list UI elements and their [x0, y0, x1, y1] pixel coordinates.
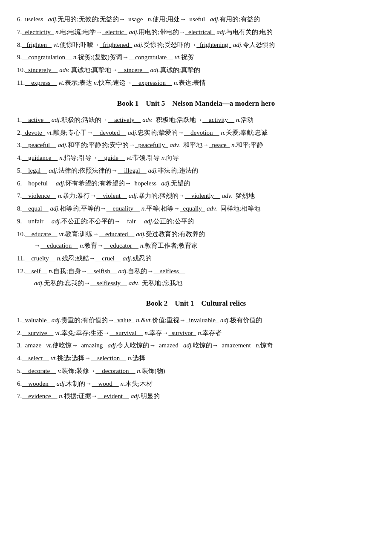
entry-7: 7. electricity n.电;电流;电学→ electric adj.用…	[17, 26, 375, 38]
entry-b2u1-1-valuable: 1. valuable adj.贵重的;有价值的→ value n.&vt.价值…	[17, 315, 375, 327]
entry-b1u5-3-peaceful: 3. peaceful adj.和平的;平静的;安宁的→ peacefully …	[17, 139, 375, 151]
entry-b1u5-6-hopeful: 6. hopeful adj.怀有希望的;有希望的→ hopeless adj.…	[17, 178, 375, 190]
book2-unit1-title: Book 2 Unit 1 Cultural relics	[17, 297, 375, 310]
entry-b2u1-5-decorate: 5. decorate v.装饰;装修→ decoration n.装饰(物)	[17, 365, 375, 377]
entry-b1u5-10-educate: 10. educate vt.教育;训练→ educated adj.受过教育的…	[17, 228, 375, 240]
book2-unit1-entries: 1. valuable adj.贵重的;有价值的→ value n.&vt.价值…	[17, 315, 375, 402]
entry-b2u1-7-evidence: 7. evidence n.根据;证据→ evident adj.明显的	[17, 390, 375, 402]
entry-b1u5-1-active: 1. active adj.积极的;活跃的→ actively adv. 积极地…	[17, 114, 375, 126]
entry-10-sincerely: 10. sincerely adv. 真诚地;真挚地→ sincere adj.…	[17, 64, 375, 76]
entry-8-frighten: 8. frighten vt.使惊吓;吓唬→ frightened adj.受惊…	[17, 39, 375, 51]
entry-9-congratulation: 9. congratulation n.祝贺;(复数)贺词→ congratul…	[17, 52, 375, 64]
entry-6: 6. useless adj.无用的;无效的;无益的→ usage n.使用;用…	[17, 14, 375, 26]
entry-b1u5-5-legal: 5. legal adj.法律的;依照法律的→ illegal adj.非法的;…	[17, 165, 375, 177]
entry-b2u1-2-survive: 2. survive vi.幸免;幸存;生还→ survival n.幸存→ s…	[17, 327, 375, 339]
entry-b1u5-7-violence: 7. violence n.暴力;暴行→ violent adj.暴力的;猛烈的…	[17, 190, 375, 202]
book1-unit5-title: Book 1 Unit 5 Nelson Mandela—a modern he…	[17, 97, 375, 110]
entry-b1u5-2-devote: 2. devote vt.献身;专心于→ devoted adj.忠实的;挚爱的…	[17, 127, 375, 139]
entry-b1u5-8-equal: 8. equal adj.相等的;平等的→ equality n.平等;相等→ …	[17, 203, 375, 215]
book1-unit5-entries: 1. active adj.积极的;活跃的→ actively adv. 积极地…	[17, 114, 375, 289]
entry-b2u1-4-select: 4. select vt.挑选;选择→ selection n.选择	[17, 353, 375, 364]
entry-b1u5-10-education: → education n.教育→ educator n.教育工作者;教育家	[34, 240, 375, 252]
entry-b2u1-3-amaze: 3. amaze vt.使吃惊→ amazing adj.令人吃惊的→ amaz…	[17, 340, 375, 352]
top-section: 6. useless adj.无用的;无效的;无益的→ usage n.使用;用…	[17, 14, 375, 89]
page-content: 6. useless adj.无用的;无效的;无益的→ usage n.使用;用…	[17, 14, 375, 402]
entry-b1u5-11-cruelty: 11. cruelty n.残忍;残酷→ cruel adj.残忍的	[17, 253, 375, 265]
entry-b2u1-6-wooden: 6. wooden adj.木制的→ wood n.木头;木材	[17, 378, 375, 390]
entry-b1u5-4-guidance: 4. guidance n.指导;引导→ guide vt.带领,引导 n.向导	[17, 152, 375, 164]
entry-b1u5-9-unfair: 9. unfair adj.不公正的;不公平的→ fair adj.公正的;公平…	[17, 216, 375, 228]
entry-b1u5-12-self: 12. self n.自我;自身→ selfish adj.自私的→ selfl…	[17, 266, 375, 278]
entry-11-express: 11. express vt.表示;表达 n.快车;速递→ expression…	[17, 77, 375, 89]
entry-b1u5-12-selfless: adj.无私的;忘我的→ selflessly adv. 无私地;忘我地	[34, 278, 375, 289]
